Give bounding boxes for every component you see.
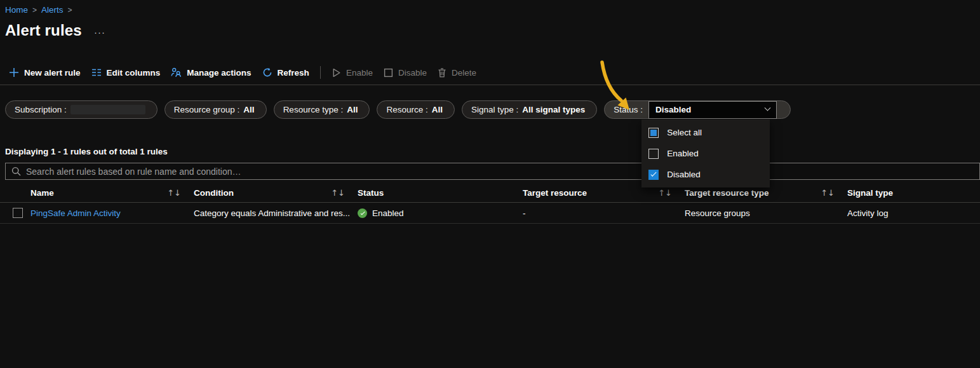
status-selected-value: Disabled bbox=[655, 105, 691, 114]
delete-label: Delete bbox=[452, 68, 476, 78]
trash-icon bbox=[438, 68, 446, 78]
name-cell: PingSafe Admin Activity bbox=[30, 208, 194, 218]
checkbox-checked-icon[interactable] bbox=[648, 170, 659, 180]
filter-pill-signal-type[interactable]: Signal type : All signal types bbox=[462, 100, 597, 119]
manage-actions-icon bbox=[171, 67, 182, 78]
filter-pill-subscription[interactable]: Subscription : bbox=[5, 100, 158, 119]
search-input[interactable] bbox=[26, 167, 974, 177]
filter-value: All bbox=[432, 105, 443, 114]
column-label: Signal type bbox=[847, 188, 893, 198]
page-title: Alert rules bbox=[5, 22, 82, 39]
table-row: PingSafe Admin Activity Category equals … bbox=[0, 203, 980, 224]
plus-icon bbox=[9, 67, 19, 78]
alert-rules-table: Name ↑↓ Condition ↑↓ Status Target resou… bbox=[0, 184, 980, 224]
title-overflow-menu[interactable]: ··· bbox=[94, 27, 105, 37]
filter-pill-resource[interactable]: Resource : All bbox=[377, 100, 455, 119]
status-text: Enabled bbox=[372, 208, 404, 218]
target-resource-type-cell: Resource groups bbox=[685, 208, 847, 218]
edit-columns-label: Edit columns bbox=[107, 68, 161, 78]
column-header-name[interactable]: Name ↑↓ bbox=[30, 188, 194, 198]
filter-label: Subscription : bbox=[15, 105, 67, 114]
dropdown-option-select-all[interactable]: Select all bbox=[641, 122, 770, 143]
checkbox-unchecked-icon[interactable] bbox=[648, 149, 659, 159]
column-header-target-resource-type[interactable]: Target resource type ↑↓ bbox=[685, 188, 847, 198]
refresh-label: Refresh bbox=[278, 68, 309, 78]
command-bar: New alert rule Edit columns Manage actio… bbox=[9, 64, 476, 81]
dropdown-option-label: Disabled bbox=[667, 170, 701, 179]
stop-icon bbox=[384, 68, 393, 78]
table-header-row: Name ↑↓ Condition ↑↓ Status Target resou… bbox=[0, 184, 980, 203]
column-header-target-resource[interactable]: Target resource ↑↓ bbox=[523, 188, 685, 198]
filter-pill-resource-type[interactable]: Resource type : All bbox=[274, 100, 370, 119]
filter-label: Resource : bbox=[386, 105, 427, 114]
target-resource-cell: - bbox=[523, 208, 685, 218]
column-label: Status bbox=[358, 188, 384, 198]
column-header-condition[interactable]: Condition ↑↓ bbox=[194, 188, 358, 198]
filter-pill-status[interactable]: Status : Disabled Select all Enabled Dis… bbox=[604, 100, 791, 119]
status-select[interactable]: Disabled bbox=[648, 101, 777, 119]
filter-value: All bbox=[243, 105, 254, 114]
signal-type-cell: Activity log bbox=[847, 208, 980, 218]
row-select-cell bbox=[0, 208, 30, 218]
sort-icon[interactable]: ↑↓ bbox=[331, 188, 345, 198]
chevron-down-icon bbox=[765, 105, 771, 111]
column-label: Target resource type bbox=[685, 188, 769, 198]
edit-columns-button[interactable]: Edit columns bbox=[91, 67, 161, 78]
column-header-status[interactable]: Status bbox=[358, 188, 523, 198]
dropdown-option-label: Select all bbox=[667, 128, 702, 137]
filter-bar: Subscription : Resource group : All Reso… bbox=[5, 100, 791, 119]
redacted-subscription-value bbox=[70, 105, 145, 114]
filter-label: Status : bbox=[614, 105, 643, 114]
filter-label: Resource type : bbox=[283, 105, 344, 114]
refresh-button[interactable]: Refresh bbox=[262, 67, 309, 78]
delete-button[interactable]: Delete bbox=[438, 68, 476, 78]
breadcrumb-separator: > bbox=[32, 6, 37, 15]
column-label: Condition bbox=[194, 188, 234, 198]
sort-icon[interactable]: ↑↓ bbox=[167, 188, 181, 198]
filter-value: All bbox=[347, 105, 358, 114]
dropdown-option-enabled[interactable]: Enabled bbox=[641, 143, 770, 164]
breadcrumb-separator: > bbox=[68, 6, 72, 15]
search-icon bbox=[11, 167, 21, 176]
enable-label: Enable bbox=[346, 68, 373, 78]
disable-label: Disable bbox=[398, 68, 427, 78]
column-header-signal-type[interactable]: Signal type bbox=[847, 188, 980, 198]
filter-pill-resource-group[interactable]: Resource group : All bbox=[164, 100, 267, 119]
search-box bbox=[5, 163, 980, 180]
disable-button[interactable]: Disable bbox=[384, 68, 427, 78]
enable-button[interactable]: Enable bbox=[332, 68, 373, 78]
refresh-icon bbox=[262, 67, 272, 78]
new-alert-rule-label: New alert rule bbox=[24, 68, 81, 78]
status-dropdown-menu: Select all Enabled Disabled bbox=[641, 119, 770, 187]
dropdown-option-label: Enabled bbox=[667, 149, 699, 158]
filter-label: Resource group : bbox=[174, 105, 240, 114]
toolbar-divider bbox=[320, 66, 321, 79]
toolbar-separator bbox=[0, 85, 980, 85]
enabled-check-icon bbox=[358, 208, 367, 218]
manage-actions-label: Manage actions bbox=[187, 68, 251, 78]
status-cell: Enabled bbox=[358, 208, 523, 218]
rule-name-link[interactable]: PingSafe Admin Activity bbox=[30, 208, 121, 218]
sort-icon[interactable]: ↑↓ bbox=[821, 188, 835, 198]
edit-columns-icon bbox=[91, 67, 102, 78]
dropdown-option-disabled[interactable]: Disabled bbox=[641, 164, 770, 185]
filter-label: Signal type : bbox=[471, 105, 518, 114]
breadcrumb: Home > Alerts > bbox=[5, 5, 72, 15]
checkbox-indeterminate-icon[interactable] bbox=[648, 128, 659, 138]
new-alert-rule-button[interactable]: New alert rule bbox=[9, 67, 81, 78]
sort-icon[interactable]: ↑↓ bbox=[658, 188, 672, 198]
column-label: Name bbox=[30, 188, 54, 198]
breadcrumb-home-link[interactable]: Home bbox=[5, 5, 28, 15]
filter-value: All signal types bbox=[522, 105, 585, 114]
column-label: Target resource bbox=[523, 188, 587, 198]
row-checkbox[interactable] bbox=[13, 208, 23, 218]
breadcrumb-alerts-link[interactable]: Alerts bbox=[41, 5, 64, 15]
play-icon bbox=[332, 68, 341, 78]
manage-actions-button[interactable]: Manage actions bbox=[171, 67, 251, 78]
results-summary: Displaying 1 - 1 rules out of total 1 ru… bbox=[5, 147, 168, 156]
condition-cell: Category equals Administrative and res..… bbox=[194, 208, 358, 218]
